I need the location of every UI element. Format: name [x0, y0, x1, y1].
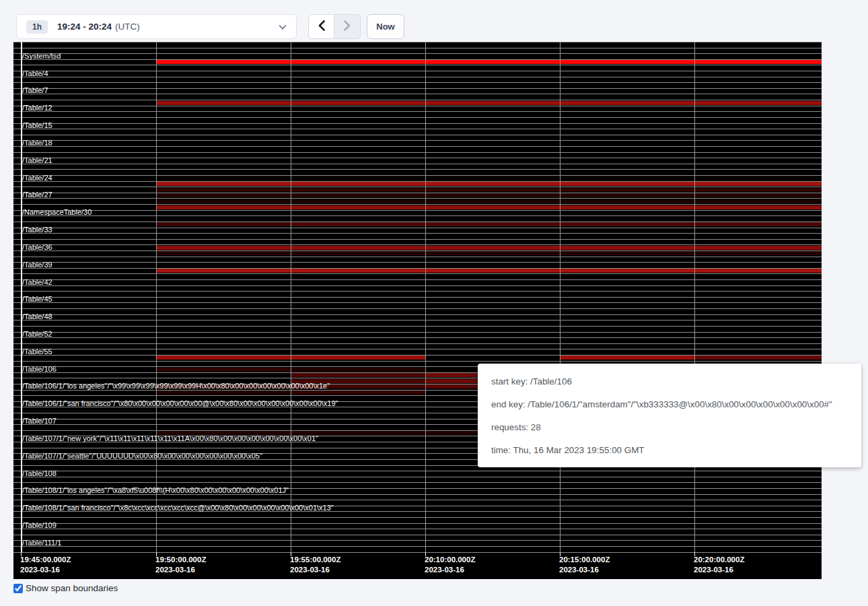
span-label: /Table/27	[22, 191, 52, 199]
span-boundary-line	[13, 471, 822, 471]
chevron-right-icon	[343, 20, 351, 33]
span-boundary-line	[13, 320, 822, 321]
tooltip-end-key: end key: /Table/106/1/"amsterdam"/"\xb33…	[491, 393, 848, 416]
heat-band[interactable]	[291, 373, 425, 377]
time-range-text: 19:24 - 20:24	[57, 22, 112, 32]
span-boundary-line	[13, 169, 822, 170]
span-boundary-line	[13, 523, 822, 524]
heat-band[interactable]	[156, 246, 822, 250]
span-boundary-line	[13, 140, 822, 141]
time-column-line	[425, 42, 426, 552]
span-boundary-line	[13, 262, 822, 263]
now-button[interactable]: Now	[367, 14, 404, 39]
heat-band[interactable]	[156, 251, 822, 255]
time-column-line	[694, 42, 695, 552]
span-label: /Table/42	[22, 279, 52, 286]
span-boundary-line	[13, 535, 822, 535]
span-label: /Table/7	[22, 87, 48, 94]
heat-band[interactable]	[694, 356, 822, 360]
heat-band[interactable]	[156, 368, 291, 372]
span-label: /Table/55	[22, 348, 52, 356]
span-boundary-line	[13, 65, 822, 65]
span-label: /Table/111/1	[22, 539, 61, 547]
span-boundary-line	[13, 239, 822, 240]
span-boundary-line	[13, 332, 822, 333]
span-boundary-line	[13, 279, 822, 280]
span-boundary-line	[13, 164, 822, 164]
heat-band[interactable]	[156, 222, 291, 226]
time-column-line	[156, 42, 157, 552]
span-label: /Table/107/1/"seattle"/"UUUUUUD\x00\x80\…	[22, 452, 262, 460]
axis-date-label: 2023-03-16	[694, 566, 733, 574]
prev-time-button[interactable]	[308, 14, 334, 39]
span-boundary-line	[13, 361, 822, 362]
show-span-boundaries-label[interactable]: Show span boundaries	[26, 583, 118, 593]
span-label: /Table/21	[22, 157, 52, 164]
heat-band[interactable]	[156, 101, 822, 105]
span-boundary-line	[13, 291, 822, 292]
span-boundary-line	[13, 152, 822, 153]
heat-band[interactable]	[156, 205, 822, 209]
next-time-button[interactable]	[334, 14, 361, 39]
heat-band[interactable]	[156, 269, 822, 273]
span-boundary-line	[13, 268, 822, 269]
axis-time-label: 20:15:00.000Z	[559, 556, 610, 564]
span-boundary-line	[13, 94, 822, 94]
heat-band[interactable]	[156, 182, 822, 186]
span-boundary-line	[13, 482, 822, 483]
axis-date-label: 2023-03-16	[155, 566, 195, 574]
span-boundary-line	[13, 77, 822, 77]
span-boundary-line	[13, 222, 822, 222]
key-visualizer-canvas[interactable]: /System/tsd/Table/4/Table/7/Table/12/Tab…	[13, 42, 822, 579]
span-boundary-line	[13, 326, 822, 327]
span-boundary-line	[13, 308, 822, 309]
heat-band[interactable]	[291, 368, 425, 372]
heat-band[interactable]	[156, 60, 822, 64]
duration-badge: 1h	[26, 20, 48, 34]
heat-band[interactable]	[156, 193, 822, 197]
heat-band[interactable]	[291, 222, 822, 226]
span-boundary-line	[13, 517, 822, 518]
time-range-select[interactable]: 1h 19:24 - 20:24 (UTC)	[16, 14, 297, 39]
span-boundary-line	[13, 187, 822, 187]
span-boundary-line	[13, 349, 822, 349]
span-label: /Table/107	[22, 417, 57, 425]
span-boundary-line	[13, 42, 822, 42]
span-boundary-line	[13, 210, 822, 211]
span-boundary-line	[13, 228, 822, 228]
span-boundary-line	[13, 204, 822, 205]
heat-band[interactable]	[156, 199, 822, 203]
key-visualizer-grid[interactable]: /System/tsd/Table/4/Table/7/Table/12/Tab…	[13, 42, 822, 552]
span-label: /Table/36	[22, 244, 52, 251]
span-boundary-line	[13, 71, 822, 71]
span-boundary-line	[13, 250, 822, 251]
axis-time-label: 19:55:00.000Z	[290, 556, 340, 564]
tooltip-time: time: Thu, 16 Mar 2023 19:55:00 GMT	[491, 439, 848, 462]
span-boundary-line	[13, 175, 822, 176]
span-boundary-line	[13, 314, 822, 315]
heat-band[interactable]	[156, 188, 822, 192]
span-boundary-line	[13, 146, 822, 147]
span-boundary-line	[13, 129, 822, 129]
span-label: /Table/12	[22, 104, 52, 112]
span-label: /Table/45	[22, 296, 52, 303]
heat-band[interactable]	[291, 391, 425, 395]
span-boundaries-toggle: Show span boundaries	[13, 583, 118, 593]
span-boundary-line	[13, 135, 822, 135]
heat-band[interactable]	[560, 356, 694, 360]
tooltip-start-key: start key: /Table/106	[491, 370, 848, 393]
chevron-left-icon	[318, 20, 326, 33]
time-column-line	[291, 42, 291, 552]
heat-band[interactable]	[156, 391, 291, 395]
span-boundary-line	[13, 193, 822, 193]
span-label: /Table/108/1/"los angeles"/"\xa8\xf5\u00…	[22, 487, 289, 494]
span-boundary-line	[13, 59, 822, 60]
span-label: /Table/39	[22, 261, 52, 269]
axis-date-label: 2023-03-16	[425, 566, 464, 574]
timezone-text: (UTC)	[115, 22, 140, 32]
span-label: /Table/108/1/"san francisco"/"\x8c\xcc\x…	[22, 504, 334, 512]
span-boundary-line	[13, 158, 822, 158]
show-span-boundaries-checkbox[interactable]	[13, 584, 23, 593]
span-label: /Table/15	[22, 122, 52, 129]
axis-date-label: 2023-03-16	[290, 566, 330, 574]
